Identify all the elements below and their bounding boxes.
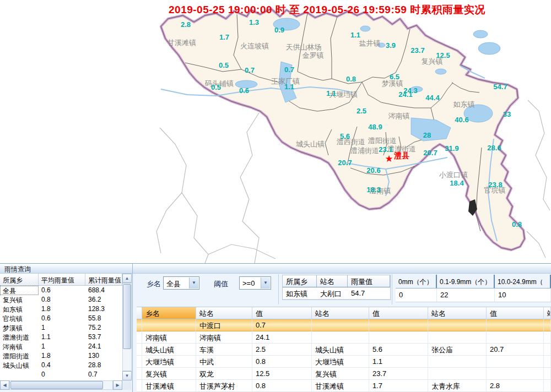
map-rain-value: 23.7 xyxy=(410,46,424,55)
column-header[interactable]: 0.1-9.9mm（个） xyxy=(437,275,495,288)
column-header[interactable]: 值 xyxy=(369,307,428,319)
table-row[interactable]: 复兴镇双龙12.5复兴镇23.7 xyxy=(137,368,551,380)
column-header[interactable]: 0mm（个） xyxy=(396,275,437,288)
cell: 1 xyxy=(39,342,85,351)
row-selector[interactable] xyxy=(137,344,142,356)
cell xyxy=(544,319,551,331)
row-selector[interactable] xyxy=(137,356,142,368)
rain-query-panel: 雨情查询 所属乡平均雨量值累计雨量值 全县0.6688.4复兴镇0.836.2如… xyxy=(0,263,551,392)
column-header[interactable]: 站名 xyxy=(428,307,487,319)
township-combobox[interactable]: 全县 ▼ xyxy=(163,276,199,290)
map-rain-value: 12.5 xyxy=(436,51,450,59)
column-header[interactable]: 站名 xyxy=(317,275,348,287)
column-header[interactable]: 平均雨量值 xyxy=(39,274,85,285)
cell: 53.7 xyxy=(85,333,122,342)
map-rain-value: 18.3 xyxy=(366,186,380,194)
cell: 54.7 xyxy=(348,287,390,299)
cell xyxy=(428,331,487,344)
map-rain-value: 3.9 xyxy=(386,41,396,50)
table-row[interactable]: 全县0.6688.4 xyxy=(0,286,122,295)
cell: 0 xyxy=(39,370,85,379)
cell: 如东镇 xyxy=(0,304,39,314)
cell: 中武 xyxy=(196,356,252,368)
map-region-label: 城头山镇 xyxy=(296,139,325,149)
map-rain-value: 31.9 xyxy=(445,144,458,153)
chevron-down-icon[interactable]: ▼ xyxy=(261,277,270,288)
cell: 75.2 xyxy=(85,323,122,333)
cell: 130 xyxy=(85,351,122,361)
column-header[interactable]: 10.0-24.9mm（ xyxy=(495,275,551,288)
map-label-layer: 甘溪滩镇火连坡镇天供山林场金罗镇盐井镇复兴镇码头铺镇王家厂镇大堰垱镇梦溪镇如东镇… xyxy=(0,0,551,263)
cell xyxy=(142,319,196,331)
rain-level-stats-table: 0mm（个）0.1-9.9mm（个）10.0-24.9mm（ 02210 xyxy=(396,275,551,303)
column-header[interactable]: 乡名 xyxy=(142,307,196,319)
scroll-up-button[interactable]: ▲ xyxy=(122,274,132,283)
row-selector[interactable] xyxy=(137,368,142,380)
map-region-label: 甘溪滩镇 xyxy=(168,38,196,48)
table-row[interactable]: 涔南镇涔南镇24.1 xyxy=(137,331,551,344)
chevron-down-icon[interactable]: ▼ xyxy=(189,277,198,288)
map-rain-value: 44.4 xyxy=(425,94,439,102)
cell: 城头山镇 xyxy=(0,361,39,370)
cell: 1.7 xyxy=(369,380,428,392)
row-selector[interactable] xyxy=(137,380,142,392)
county-seat-label: 澧县 xyxy=(394,151,409,161)
vertical-scroll-thumb[interactable] xyxy=(123,284,131,349)
map-rain-value: 1.1 xyxy=(326,89,336,97)
cell: 128.3 xyxy=(85,304,122,314)
county-seat-star-icon: ★ xyxy=(385,153,393,165)
section-divider xyxy=(278,274,279,304)
column-header[interactable]: 站名 xyxy=(196,307,252,319)
cell: 10 xyxy=(495,288,551,302)
table-row[interactable]: 澧澹街道1.153.7 xyxy=(0,333,122,342)
table-row[interactable]: 官垸镇0.655.8 xyxy=(0,314,122,323)
township-summary-table: 全县0.6688.4复兴镇0.836.2如东镇1.8128.3官垸镇0.655.… xyxy=(0,286,122,380)
column-header[interactable]: 雨量值 xyxy=(348,275,390,287)
township-summary-header: 所属乡平均雨量值累计雨量值 xyxy=(0,274,122,286)
column-header[interactable]: 值 xyxy=(252,307,312,319)
table-row[interactable]: 城头山镇0.428.8 xyxy=(0,361,122,370)
table-row[interactable]: 城头山镇车溪2.5城头山镇5.6张公庙20.7 xyxy=(137,344,551,356)
cell: 双龙 xyxy=(196,368,252,380)
cell: 55.8 xyxy=(85,314,122,323)
column-header[interactable]: 站名 xyxy=(312,307,369,319)
map-rain-value: 0.6 xyxy=(239,86,249,95)
table-row[interactable]: 如东镇1.8128.3 xyxy=(0,304,122,314)
cell: 1.8 xyxy=(39,351,85,361)
cell: 梦溪镇 xyxy=(0,323,39,333)
cell xyxy=(312,331,369,344)
table-row[interactable]: 澧阳街道1.8130 xyxy=(0,351,122,361)
table-row[interactable]: 涔南镇124.1 xyxy=(0,342,122,351)
cell: 0.8 xyxy=(252,356,312,368)
row-selector[interactable] xyxy=(137,331,142,344)
cell: 0.6 xyxy=(39,314,85,323)
row-selector[interactable] xyxy=(137,319,142,331)
max-station-header: 所属乡站名雨量值 xyxy=(283,275,390,287)
column-header[interactable]: 累计雨量值 xyxy=(85,274,122,285)
map-rain-value: 18.4 xyxy=(450,179,463,187)
cell: 0.7 xyxy=(252,319,312,331)
column-header[interactable]: 值 xyxy=(487,307,544,319)
cell: 24.1 xyxy=(252,331,312,344)
threshold-combobox[interactable]: >=0 ▼ xyxy=(239,276,271,290)
table-row[interactable]: 大堰垱镇中武0.8大堰垱镇1.1 xyxy=(137,356,551,368)
scroll-down-button[interactable]: ▼ xyxy=(122,371,132,380)
scroll-left-button[interactable]: ◀ xyxy=(0,380,9,390)
table-row[interactable]: 梦溪镇175.2 xyxy=(0,323,122,333)
column-header[interactable]: 站 xyxy=(544,307,551,319)
table-row[interactable]: 中渡口0.7 xyxy=(137,319,551,331)
table-row[interactable]: 甘溪滩镇甘溪芦茅村0.8甘溪滩镇1.7太青水库2.8 xyxy=(137,380,551,392)
table-row[interactable]: 00.7 xyxy=(0,370,122,379)
scroll-right-button[interactable]: ▶ xyxy=(113,380,122,390)
map-rain-value: 48.9 xyxy=(368,123,382,131)
cell: 2.8 xyxy=(487,380,544,392)
map-region-label: 盐井镇 xyxy=(359,39,381,48)
map-rain-value: 40.6 xyxy=(455,116,468,124)
map-rain-value: 1.1 xyxy=(350,31,360,39)
horizontal-scroll-thumb[interactable] xyxy=(10,381,103,389)
column-header[interactable]: 所属乡 xyxy=(283,275,317,287)
table-row[interactable]: 复兴镇0.836.2 xyxy=(0,295,122,304)
map-rain-value: 28 xyxy=(423,131,431,139)
column-header[interactable]: 所属乡 xyxy=(0,274,39,285)
table-row[interactable]: 如东镇大剐口54.7 xyxy=(283,287,390,300)
